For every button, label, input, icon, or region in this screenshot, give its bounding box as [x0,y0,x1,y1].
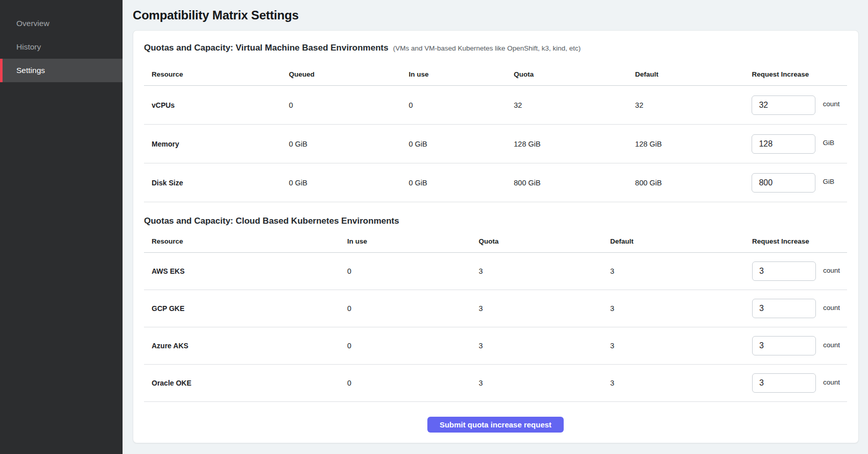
unit-label: count [823,267,840,274]
default-cell: 32 [635,101,752,109]
in-use-cell: 0 GiB [408,179,514,187]
request-increase-input[interactable] [752,134,815,154]
in-use-cell: 0 [347,304,478,313]
vm-section-subtitle: (VMs and VM-based Kubernetes like OpenSh… [393,44,581,52]
in-use-cell: 0 [408,101,514,109]
request-increase-cell: GiB [752,134,847,154]
sidebar-item-label: Settings [16,66,45,75]
sidebar-item-overview[interactable]: Overview [0,12,123,35]
in-use-cell: 0 [347,379,478,387]
table-row: AWS EKS 0 3 3 count [144,253,847,290]
unit-label: count [823,341,840,349]
table-row: GCP GKE 0 3 3 count [144,290,847,327]
sidebar-item-label: History [16,42,41,52]
settings-card: Quotas and Capacity: Virtual Machine Bas… [133,30,859,443]
resource-cell: Oracle OKE [144,379,347,387]
cloud-section-title: Quotas and Capacity: Cloud Based Kuberne… [144,216,399,226]
resource-cell: Memory [144,140,289,148]
column-header: Default [610,237,752,245]
column-header: Request Increase [752,70,847,78]
cloud-table-body: AWS EKS 0 3 3 count GCP GKE 0 3 3 count … [144,253,847,402]
column-header: Default [635,70,752,78]
unit-label: count [823,100,839,108]
default-cell: 3 [610,342,752,350]
request-increase-cell: count [752,95,847,115]
unit-label: GiB [823,139,834,147]
quota-cell: 3 [478,342,610,350]
unit-label: count [823,378,840,386]
queued-cell: 0 GiB [289,179,409,187]
default-cell: 128 GiB [635,140,752,148]
request-increase-input[interactable] [752,261,816,281]
resource-cell: Azure AKS [144,342,347,350]
quota-cell: 800 GiB [514,179,635,187]
table-row: Oracle OKE 0 3 3 count [144,365,847,402]
request-increase-cell: count [752,299,847,318]
quota-cell: 3 [478,379,610,387]
request-increase-input[interactable] [752,373,816,393]
column-header: Resource [144,237,347,245]
sidebar-item-history[interactable]: History [0,35,123,59]
table-row: Memory 0 GiB 0 GiB 128 GiB 128 GiB GiB [144,125,847,163]
quota-cell: 128 GiB [514,140,635,148]
sidebar-item-label: Overview [16,19,50,28]
column-header: Quota [514,70,635,78]
vm-quota-table: ResourceQueuedIn useQuotaDefaultRequest … [144,53,847,202]
vm-section-title: Quotas and Capacity: Virtual Machine Bas… [144,43,389,53]
sidebar: Overview History Settings [0,0,123,454]
quota-cell: 3 [478,267,610,275]
column-header: In use [347,237,478,245]
quota-cell: 32 [514,101,635,109]
column-header: In use [408,70,514,78]
main-content: Compatibility Matrix Settings Quotas and… [123,0,868,443]
page-title: Compatibility Matrix Settings [133,8,859,22]
vm-section-header: Quotas and Capacity: Virtual Machine Bas… [144,43,847,53]
default-cell: 3 [610,267,752,275]
cloud-quota-table: ResourceIn useQuotaDefaultRequest Increa… [144,226,847,402]
table-row: vCPUs 0 0 32 32 count [144,86,847,125]
request-increase-cell: count [752,373,847,393]
request-increase-input[interactable] [752,95,815,115]
quota-cell: 3 [478,304,610,313]
request-increase-input[interactable] [752,336,816,355]
table-row: Disk Size 0 GiB 0 GiB 800 GiB 800 GiB Gi… [144,163,847,202]
request-increase-cell: count [752,336,847,355]
resource-cell: GCP GKE [144,304,347,313]
vm-table-header: ResourceQueuedIn useQuotaDefaultRequest … [144,53,847,86]
card-footer: Submit quota increase request [144,417,847,433]
column-header: Queued [289,70,409,78]
default-cell: 3 [610,304,752,313]
resource-cell: AWS EKS [144,267,347,275]
cloud-section-header: Quotas and Capacity: Cloud Based Kuberne… [144,216,847,226]
column-header: Resource [144,70,289,78]
in-use-cell: 0 GiB [408,140,514,148]
vm-table-body: vCPUs 0 0 32 32 count Memory 0 GiB 0 GiB… [144,86,847,202]
resource-cell: Disk Size [144,179,289,187]
column-header: Quota [478,237,610,245]
unit-label: GiB [823,178,834,185]
default-cell: 3 [610,379,752,387]
queued-cell: 0 [289,101,409,109]
resource-cell: vCPUs [144,101,289,109]
unit-label: count [823,304,840,312]
request-increase-cell: GiB [752,173,847,193]
in-use-cell: 0 [347,342,478,350]
request-increase-input[interactable] [752,299,816,318]
in-use-cell: 0 [347,267,478,275]
cloud-table-header: ResourceIn useQuotaDefaultRequest Increa… [144,226,847,253]
column-header: Request Increase [752,237,847,245]
default-cell: 800 GiB [635,179,752,187]
sidebar-item-settings[interactable]: Settings [0,59,123,82]
submit-quota-increase-button[interactable]: Submit quota increase request [427,417,564,433]
active-accent-bar [0,59,3,82]
queued-cell: 0 GiB [289,140,409,148]
request-increase-input[interactable] [752,173,815,193]
table-row: Azure AKS 0 3 3 count [144,327,847,365]
request-increase-cell: count [752,261,847,281]
